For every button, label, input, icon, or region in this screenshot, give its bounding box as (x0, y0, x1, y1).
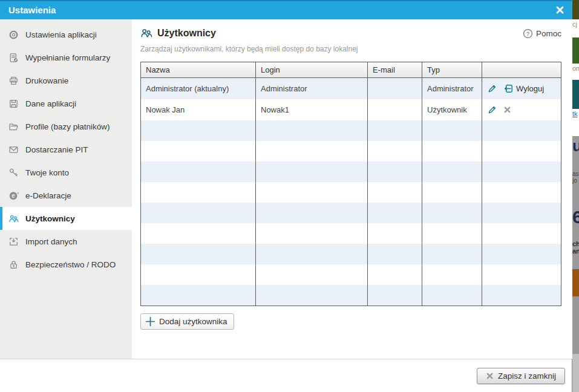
empty-cell (368, 182, 422, 203)
dialog-footer: Zapisz i zamknij (0, 359, 572, 392)
sidebar-item-twoje-konto[interactable]: Twoje konto (0, 161, 132, 184)
table-row-nowak-jan[interactable]: Nowak Jan Nowak1 Użytkownik (141, 99, 561, 120)
empty-cell (422, 120, 482, 141)
sidebar-item-ustawienia-aplikacji[interactable]: Ustawienia aplikacji (0, 23, 132, 46)
close-button[interactable] (552, 2, 567, 17)
plus-icon (145, 316, 155, 327)
help-link[interactable]: ? Pomoc (523, 28, 561, 39)
users-icon (140, 27, 152, 39)
table-header-row: Nazwa Login E-mail Typ (141, 62, 561, 78)
e-circle-icon: e (8, 191, 19, 201)
settings-sidebar: Ustawienia aplikacji Wypełnianie formula… (0, 19, 132, 359)
column-header-typ[interactable]: Typ (422, 62, 482, 78)
column-header-nazwa[interactable]: Nazwa (141, 62, 256, 78)
empty-cell (422, 182, 482, 203)
cell-email (368, 99, 422, 120)
add-user-button[interactable]: Dodaj użytkownika (140, 313, 234, 330)
gear-icon (8, 30, 19, 40)
empty-cell (482, 141, 561, 162)
sidebar-item-label: Bezpieczeństwo / RODO (25, 260, 116, 269)
cell-login: Administrator (256, 78, 368, 100)
sidebar-item-drukowanie[interactable]: Drukowanie (0, 69, 132, 92)
svg-text:?: ? (526, 30, 529, 37)
save-and-close-button[interactable]: Zapisz i zamknij (477, 368, 565, 384)
empty-cell (482, 162, 561, 182)
sidebar-item-import-danych[interactable]: Import danych (0, 230, 132, 253)
cell-email (368, 78, 422, 100)
background-segment (572, 269, 579, 296)
edit-user-button[interactable] (487, 83, 497, 94)
background-segment (572, 296, 579, 354)
background-segment (572, 354, 579, 392)
sidebar-item-wypelnianie-formularzy[interactable]: Wypełnianie formularzy (0, 46, 132, 69)
form-pencil-icon (8, 53, 19, 63)
sidebar-item-e-deklaracje[interactable]: e e-Deklaracje (0, 184, 132, 207)
empty-cell (368, 244, 422, 264)
column-header-email[interactable]: E-mail (368, 62, 422, 78)
sidebar-item-dostarczanie-pit[interactable]: Dostarczanie PIT (0, 138, 132, 161)
sidebar-item-uzytkownicy[interactable]: Użytkownicy (0, 207, 132, 230)
cell-typ: Administrator (422, 78, 482, 100)
column-header-login[interactable]: Login (256, 62, 368, 78)
sidebar-item-profile-bazy-platnikow[interactable]: Profile (bazy płatników) (0, 115, 132, 138)
edit-user-button[interactable] (487, 105, 497, 115)
empty-cell (141, 285, 256, 305)
table-row-empty (141, 223, 561, 244)
x-icon (486, 372, 494, 380)
empty-cell (422, 141, 482, 162)
cell-nazwa: Nowak Jan (141, 99, 256, 120)
background-segment: tk (572, 109, 579, 136)
sidebar-item-label: Import danych (25, 237, 77, 246)
background-segment: as jo (572, 169, 579, 206)
empty-cell (482, 223, 561, 244)
lock-icon (8, 260, 19, 270)
sidebar-item-label: Wypełnianie formularzy (25, 53, 110, 62)
logout-user-button[interactable]: Wyloguj (503, 83, 544, 94)
table-row-empty (141, 264, 561, 285)
sidebar-item-label: Twoje konto (25, 168, 69, 177)
table-row-empty (141, 244, 561, 264)
empty-cell (141, 244, 256, 264)
background-segment (572, 0, 579, 19)
empty-cell (256, 162, 368, 182)
empty-cell (368, 203, 422, 223)
background-segment: u (572, 136, 579, 169)
empty-cell (141, 162, 256, 182)
floppy-icon (8, 99, 19, 109)
table-row-empty (141, 203, 561, 223)
empty-cell (422, 264, 482, 285)
import-icon (8, 237, 19, 247)
empty-cell (141, 182, 256, 203)
empty-cell (256, 203, 368, 223)
table-row-empty (141, 162, 561, 182)
table-row-administrator[interactable]: Administrator (aktualny) Administrator A… (141, 78, 561, 100)
settings-dialog: Ustawienia Ustawienia aplikacji (0, 0, 572, 392)
sidebar-item-label: Dostarczanie PIT (25, 145, 88, 154)
empty-cell (368, 285, 422, 305)
sidebar-item-label: Ustawienia aplikacji (25, 30, 97, 39)
empty-cell (256, 285, 368, 305)
background-segment: 6 (572, 206, 579, 239)
empty-cell (482, 285, 561, 305)
save-and-close-label: Zapisz i zamknij (498, 371, 556, 381)
key-icon (8, 168, 19, 178)
table-row-empty (141, 120, 561, 141)
background-segment: om (572, 64, 579, 80)
empty-cell (368, 264, 422, 285)
sidebar-item-dane-aplikacji[interactable]: Dane aplikacji (0, 92, 132, 115)
empty-cell (482, 264, 561, 285)
empty-cell (368, 162, 422, 182)
empty-cell (141, 120, 256, 141)
users-panel: Użytkownicy ? Pomoc Zarządzaj użytkownik… (132, 19, 572, 359)
empty-cell (482, 244, 561, 264)
help-label: Pomoc (536, 29, 561, 38)
sidebar-item-bezpieczenstwo-rodo[interactable]: Bezpieczeństwo / RODO (0, 253, 132, 276)
empty-cell (482, 120, 561, 141)
delete-user-button[interactable] (503, 106, 511, 114)
empty-cell (422, 203, 482, 223)
empty-cell (422, 285, 482, 305)
empty-cell (482, 203, 561, 223)
add-user-label: Dodaj użytkownika (159, 317, 227, 326)
empty-cell (256, 223, 368, 244)
sidebar-item-label: e-Deklaracje (25, 191, 71, 200)
